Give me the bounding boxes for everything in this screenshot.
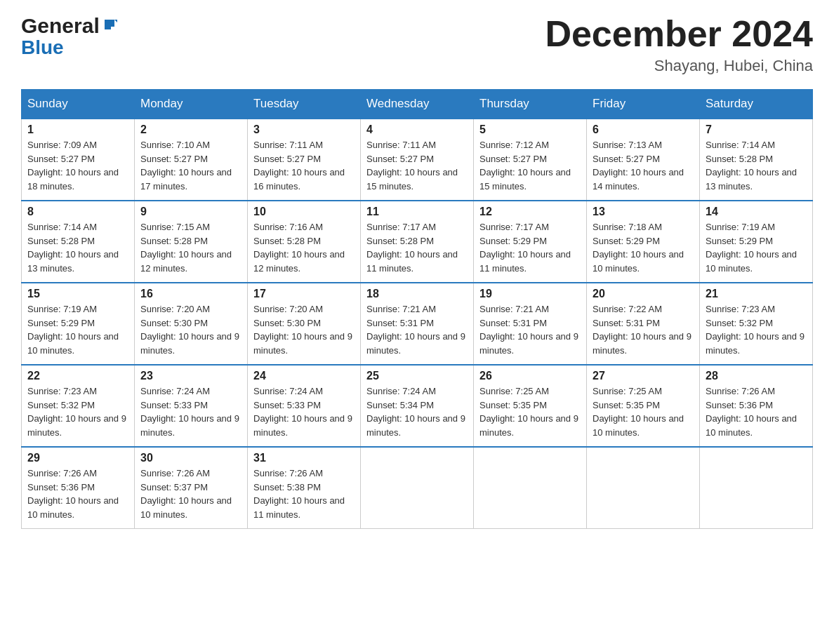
calendar-header-saturday: Saturday <box>700 90 813 119</box>
day-number: 5 <box>479 123 581 136</box>
day-info: Sunrise: 7:21 AMSunset: 5:31 PMDaylight:… <box>366 302 468 357</box>
calendar-cell: 5 Sunrise: 7:12 AMSunset: 5:27 PMDayligh… <box>474 119 587 201</box>
day-number: 24 <box>253 370 355 382</box>
day-number: 27 <box>593 370 694 382</box>
day-info: Sunrise: 7:13 AMSunset: 5:27 PMDaylight:… <box>593 138 694 193</box>
calendar-cell: 2 Sunrise: 7:10 AMSunset: 5:27 PMDayligh… <box>135 119 248 201</box>
logo-general-text: General <box>21 14 100 38</box>
day-number: 10 <box>253 206 355 218</box>
calendar-header-row: SundayMondayTuesdayWednesdayThursdayFrid… <box>22 90 813 119</box>
calendar-cell: 26 Sunrise: 7:25 AMSunset: 5:35 PMDaylig… <box>474 365 587 447</box>
calendar-cell: 17 Sunrise: 7:20 AMSunset: 5:30 PMDaylig… <box>248 283 361 365</box>
day-info: Sunrise: 7:26 AMSunset: 5:38 PMDaylight:… <box>253 467 355 521</box>
day-info: Sunrise: 7:20 AMSunset: 5:30 PMDaylight:… <box>140 302 241 357</box>
day-info: Sunrise: 7:14 AMSunset: 5:28 PMDaylight:… <box>706 138 807 193</box>
day-number: 1 <box>27 123 128 136</box>
calendar-cell: 29 Sunrise: 7:26 AMSunset: 5:36 PMDaylig… <box>22 447 135 529</box>
day-info: Sunrise: 7:11 AMSunset: 5:27 PMDaylight:… <box>366 138 468 193</box>
day-number: 28 <box>706 370 807 382</box>
day-info: Sunrise: 7:16 AMSunset: 5:28 PMDaylight:… <box>253 220 355 275</box>
calendar-cell: 1 Sunrise: 7:09 AMSunset: 5:27 PMDayligh… <box>22 119 135 201</box>
calendar-cell: 8 Sunrise: 7:14 AMSunset: 5:28 PMDayligh… <box>22 201 135 283</box>
day-info: Sunrise: 7:19 AMSunset: 5:29 PMDaylight:… <box>27 302 128 357</box>
calendar-week-row: 8 Sunrise: 7:14 AMSunset: 5:28 PMDayligh… <box>22 201 813 283</box>
day-number: 23 <box>140 370 241 382</box>
calendar-week-row: 22 Sunrise: 7:23 AMSunset: 5:32 PMDaylig… <box>22 365 813 447</box>
location-text: Shayang, Hubei, China <box>545 57 813 75</box>
calendar-cell: 6 Sunrise: 7:13 AMSunset: 5:27 PMDayligh… <box>587 119 700 201</box>
day-number: 22 <box>27 370 128 382</box>
day-info: Sunrise: 7:23 AMSunset: 5:32 PMDaylight:… <box>706 302 807 357</box>
day-number: 30 <box>140 452 241 464</box>
day-info: Sunrise: 7:24 AMSunset: 5:34 PMDaylight:… <box>366 384 468 439</box>
day-info: Sunrise: 7:21 AMSunset: 5:31 PMDaylight:… <box>479 302 581 357</box>
svg-marker-2 <box>114 20 117 22</box>
calendar-week-row: 29 Sunrise: 7:26 AMSunset: 5:36 PMDaylig… <box>22 447 813 529</box>
title-section: December 2024 Shayang, Hubei, China <box>545 14 813 75</box>
calendar-cell: 16 Sunrise: 7:20 AMSunset: 5:30 PMDaylig… <box>135 283 248 365</box>
day-number: 6 <box>593 123 694 136</box>
calendar-cell: 3 Sunrise: 7:11 AMSunset: 5:27 PMDayligh… <box>248 119 361 201</box>
day-info: Sunrise: 7:11 AMSunset: 5:27 PMDaylight:… <box>253 138 355 193</box>
calendar-week-row: 1 Sunrise: 7:09 AMSunset: 5:27 PMDayligh… <box>22 119 813 201</box>
day-number: 17 <box>253 288 355 300</box>
day-info: Sunrise: 7:15 AMSunset: 5:28 PMDaylight:… <box>140 220 241 275</box>
page-header: General Blue December 2024 Shayang, Hube… <box>21 14 813 75</box>
calendar-cell: 28 Sunrise: 7:26 AMSunset: 5:36 PMDaylig… <box>700 365 813 447</box>
calendar-header-thursday: Thursday <box>474 90 587 119</box>
day-info: Sunrise: 7:17 AMSunset: 5:28 PMDaylight:… <box>366 220 468 275</box>
day-info: Sunrise: 7:18 AMSunset: 5:29 PMDaylight:… <box>593 220 694 275</box>
calendar-cell: 14 Sunrise: 7:19 AMSunset: 5:29 PMDaylig… <box>700 201 813 283</box>
calendar-cell: 4 Sunrise: 7:11 AMSunset: 5:27 PMDayligh… <box>361 119 474 201</box>
day-number: 21 <box>706 288 807 300</box>
day-info: Sunrise: 7:25 AMSunset: 5:35 PMDaylight:… <box>593 384 694 439</box>
day-number: 4 <box>366 123 468 136</box>
calendar-cell <box>474 447 587 529</box>
day-number: 20 <box>593 288 694 300</box>
month-title: December 2024 <box>545 14 813 54</box>
calendar-cell <box>587 447 700 529</box>
day-info: Sunrise: 7:12 AMSunset: 5:27 PMDaylight:… <box>479 138 581 193</box>
day-number: 15 <box>27 288 128 300</box>
day-number: 13 <box>593 206 694 218</box>
day-info: Sunrise: 7:24 AMSunset: 5:33 PMDaylight:… <box>140 384 241 439</box>
day-number: 19 <box>479 288 581 300</box>
day-number: 8 <box>27 206 128 218</box>
calendar-header-monday: Monday <box>135 90 248 119</box>
calendar-cell: 10 Sunrise: 7:16 AMSunset: 5:28 PMDaylig… <box>248 201 361 283</box>
calendar-header-sunday: Sunday <box>22 90 135 119</box>
day-info: Sunrise: 7:14 AMSunset: 5:28 PMDaylight:… <box>27 220 128 275</box>
day-number: 18 <box>366 288 468 300</box>
calendar-cell <box>700 447 813 529</box>
svg-marker-1 <box>111 20 114 27</box>
day-info: Sunrise: 7:23 AMSunset: 5:32 PMDaylight:… <box>27 384 128 439</box>
day-info: Sunrise: 7:20 AMSunset: 5:30 PMDaylight:… <box>253 302 355 357</box>
calendar-cell: 30 Sunrise: 7:26 AMSunset: 5:37 PMDaylig… <box>135 447 248 529</box>
calendar-cell: 20 Sunrise: 7:22 AMSunset: 5:31 PMDaylig… <box>587 283 700 365</box>
calendar-cell: 23 Sunrise: 7:24 AMSunset: 5:33 PMDaylig… <box>135 365 248 447</box>
logo-blue-text: Blue <box>21 36 64 58</box>
calendar-cell: 25 Sunrise: 7:24 AMSunset: 5:34 PMDaylig… <box>361 365 474 447</box>
calendar-cell: 12 Sunrise: 7:17 AMSunset: 5:29 PMDaylig… <box>474 201 587 283</box>
calendar-header-wednesday: Wednesday <box>361 90 474 119</box>
calendar-cell: 11 Sunrise: 7:17 AMSunset: 5:28 PMDaylig… <box>361 201 474 283</box>
calendar-cell <box>361 447 474 529</box>
calendar-table: SundayMondayTuesdayWednesdayThursdayFrid… <box>21 89 813 529</box>
calendar-cell: 19 Sunrise: 7:21 AMSunset: 5:31 PMDaylig… <box>474 283 587 365</box>
day-number: 14 <box>706 206 807 218</box>
calendar-week-row: 15 Sunrise: 7:19 AMSunset: 5:29 PMDaylig… <box>22 283 813 365</box>
day-number: 9 <box>140 206 241 218</box>
day-number: 25 <box>366 370 468 382</box>
day-info: Sunrise: 7:17 AMSunset: 5:29 PMDaylight:… <box>479 220 581 275</box>
day-info: Sunrise: 7:26 AMSunset: 5:36 PMDaylight:… <box>27 467 128 521</box>
day-info: Sunrise: 7:26 AMSunset: 5:36 PMDaylight:… <box>706 384 807 439</box>
day-info: Sunrise: 7:25 AMSunset: 5:35 PMDaylight:… <box>479 384 581 439</box>
day-info: Sunrise: 7:09 AMSunset: 5:27 PMDaylight:… <box>27 138 128 193</box>
calendar-cell: 22 Sunrise: 7:23 AMSunset: 5:32 PMDaylig… <box>22 365 135 447</box>
day-number: 7 <box>706 123 807 136</box>
logo: General Blue <box>21 14 117 58</box>
day-number: 3 <box>253 123 355 136</box>
calendar-cell: 21 Sunrise: 7:23 AMSunset: 5:32 PMDaylig… <box>700 283 813 365</box>
logo-arrow-icon <box>102 17 117 35</box>
day-info: Sunrise: 7:19 AMSunset: 5:29 PMDaylight:… <box>706 220 807 275</box>
